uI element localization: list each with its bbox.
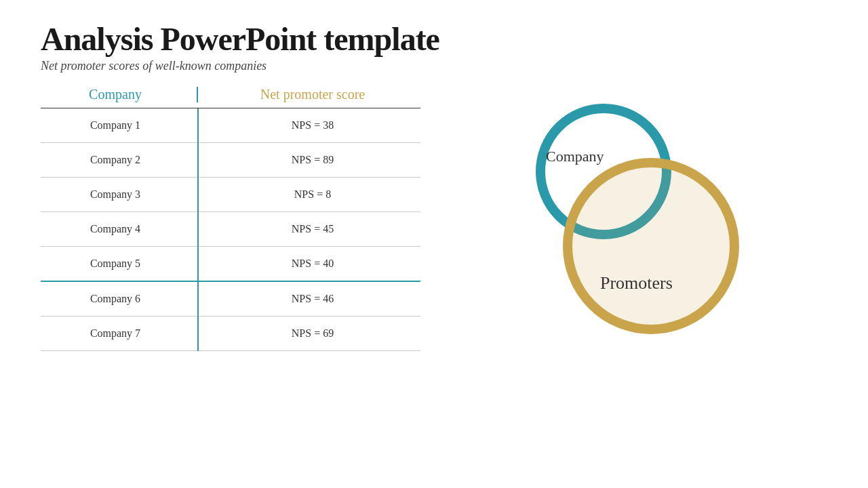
table-row: Company 3NPS = 8 <box>41 178 420 212</box>
vertical-divider <box>197 108 199 351</box>
page: Analysis PowerPoint template Net promote… <box>0 0 868 488</box>
diagram-section: Company Promoters <box>420 73 827 351</box>
subtitle: Net promoter scores of well-known compan… <box>41 59 827 73</box>
cell-company-2: Company 2 <box>41 143 190 177</box>
label-company: Company <box>546 148 604 165</box>
cell-company-3: Company 3 <box>41 178 190 211</box>
cell-nps-1: NPS = 38 <box>205 108 420 142</box>
cell-nps-7: NPS = 69 <box>205 317 420 350</box>
cell-nps-6: NPS = 46 <box>205 282 420 316</box>
col-company-header: Company <box>41 87 190 102</box>
table-row: Company 6NPS = 46 <box>41 282 420 317</box>
table-row: Company 1NPS = 38 <box>41 108 420 143</box>
cell-nps-4: NPS = 45 <box>205 212 420 246</box>
cell-company-4: Company 4 <box>41 212 190 246</box>
cell-company-6: Company 6 <box>41 282 190 316</box>
table-section: Company Net promoter score Company 1NPS … <box>41 87 420 351</box>
table-header: Company Net promoter score <box>41 87 420 108</box>
col-nps-header: Net promoter score <box>205 87 420 102</box>
table-row: Company 5NPS = 40 <box>41 247 420 282</box>
main-title: Analysis PowerPoint template <box>41 20 827 58</box>
cell-nps-3: NPS = 8 <box>205 178 420 211</box>
venn-container: Company Promoters <box>495 83 753 341</box>
cell-company-5: Company 5 <box>41 247 190 281</box>
header-col-divider <box>197 87 198 102</box>
label-promoters: Promoters <box>600 273 673 293</box>
circle-promoters <box>563 158 739 334</box>
cell-nps-2: NPS = 89 <box>205 143 420 177</box>
cell-company-1: Company 1 <box>41 108 190 142</box>
cell-nps-5: NPS = 40 <box>205 247 420 281</box>
content-area: Company Net promoter score Company 1NPS … <box>41 87 827 351</box>
table-row: Company 2NPS = 89 <box>41 143 420 178</box>
cell-company-7: Company 7 <box>41 317 190 350</box>
table-row: Company 7NPS = 69 <box>41 317 420 351</box>
header: Analysis PowerPoint template Net promote… <box>41 20 827 73</box>
table-row: Company 4NPS = 45 <box>41 212 420 247</box>
table-body: Company 1NPS = 38Company 2NPS = 89Compan… <box>41 108 420 351</box>
